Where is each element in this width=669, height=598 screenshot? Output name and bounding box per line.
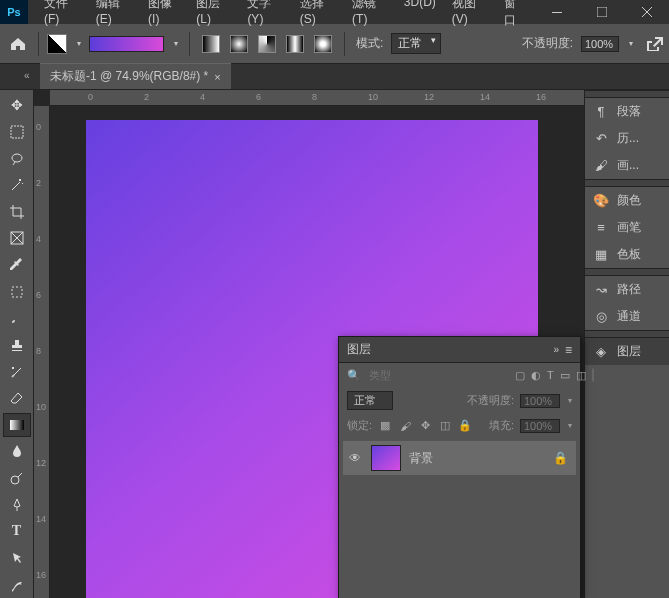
- close-button[interactable]: [624, 0, 669, 24]
- gradient-dropdown-icon[interactable]: ▾: [174, 39, 178, 48]
- layers-panel-header[interactable]: 图层 » ≡: [339, 337, 580, 363]
- layer-blend-row: 正常 不透明度: 100% ▾: [339, 387, 580, 414]
- ruler-tick: 0: [88, 92, 93, 102]
- menu-window[interactable]: 窗口: [496, 0, 534, 33]
- dodge-tool[interactable]: [3, 466, 31, 491]
- lasso-tool[interactable]: [3, 146, 31, 171]
- panel-label: 历...: [617, 130, 639, 147]
- lock-transparent-icon[interactable]: ▩: [378, 419, 392, 433]
- lock-artboard-icon[interactable]: ◫: [438, 419, 452, 433]
- move-tool[interactable]: ✥: [3, 93, 31, 118]
- menu-filter[interactable]: 滤镜(T): [344, 0, 396, 33]
- panel-paths[interactable]: ↝路径: [585, 276, 669, 303]
- share-icon[interactable]: [647, 37, 663, 51]
- brush-icon: ≡: [593, 220, 609, 236]
- layer-row[interactable]: 👁 背景 🔒: [343, 441, 576, 475]
- gradient-diamond-icon[interactable]: [314, 35, 332, 53]
- magic-wand-tool[interactable]: [3, 173, 31, 198]
- maximize-button[interactable]: [579, 0, 624, 24]
- panel-channels[interactable]: ◎通道: [585, 303, 669, 330]
- panel-brushes[interactable]: 🖌画...: [585, 152, 669, 179]
- fill-value[interactable]: 100%: [520, 419, 560, 433]
- svg-rect-0: [552, 12, 562, 13]
- history-brush-tool[interactable]: [3, 359, 31, 384]
- layer-opacity-value[interactable]: 100%: [520, 394, 560, 408]
- gradient-linear-icon[interactable]: [202, 35, 220, 53]
- panel-layers[interactable]: ◈图层: [585, 338, 669, 365]
- blur-tool[interactable]: [3, 439, 31, 464]
- eyedropper-tool[interactable]: [3, 253, 31, 278]
- menu-bar: 文件(F) 编辑(E) 图像(I) 图层(L) 文字(Y) 选择(S) 滤镜(T…: [36, 0, 534, 33]
- eraser-tool[interactable]: [3, 386, 31, 411]
- frame-tool[interactable]: [3, 226, 31, 251]
- marquee-tool[interactable]: [3, 120, 31, 145]
- paragraph-icon: ¶: [593, 104, 609, 120]
- panel-expand-icon[interactable]: »: [553, 344, 559, 355]
- filter-shape-icon[interactable]: ▭: [560, 368, 570, 382]
- menu-view[interactable]: 视图(V): [444, 0, 496, 33]
- gradient-reflected-icon[interactable]: [286, 35, 304, 53]
- lock-all-icon[interactable]: 🔒: [458, 419, 472, 433]
- panel-menu-icon[interactable]: ≡: [565, 343, 572, 357]
- minimize-button[interactable]: [534, 0, 579, 24]
- visibility-icon[interactable]: 👁: [347, 451, 363, 465]
- vertical-ruler: 0 2 4 6 8 10 12 14 16: [34, 106, 50, 598]
- pen-tool[interactable]: [3, 492, 31, 517]
- layer-filter-row: 🔍 ▢ ◐ T ▭ ◫: [339, 363, 580, 387]
- menu-file[interactable]: 文件(F): [36, 0, 88, 33]
- menu-image[interactable]: 图像(I): [140, 0, 188, 33]
- home-button[interactable]: [6, 32, 30, 56]
- filter-smart-icon[interactable]: ◫: [576, 368, 586, 382]
- menu-type[interactable]: 文字(Y): [239, 0, 291, 33]
- text-tool[interactable]: T: [3, 519, 31, 544]
- panel-label: 画...: [617, 157, 639, 174]
- opacity-label: 不透明度:: [522, 35, 573, 52]
- shape-tool[interactable]: [3, 572, 31, 597]
- document-tab[interactable]: 未标题-1 @ 74.9%(RGB/8#) * ×: [40, 63, 231, 89]
- fill-dropdown-icon[interactable]: ▾: [568, 421, 572, 430]
- panel-label: 路径: [617, 281, 641, 298]
- path-select-tool[interactable]: [3, 546, 31, 571]
- brush-tool[interactable]: [3, 306, 31, 331]
- layer-thumbnail[interactable]: [371, 445, 401, 471]
- layer-opacity-dropdown-icon[interactable]: ▾: [568, 396, 572, 405]
- panel-color[interactable]: 🎨颜色: [585, 187, 669, 214]
- panel-label: 画笔: [617, 219, 641, 236]
- stamp-tool[interactable]: [3, 333, 31, 358]
- gradient-angle-icon[interactable]: [258, 35, 276, 53]
- menu-edit[interactable]: 编辑(E): [88, 0, 140, 33]
- layer-filter-input[interactable]: [367, 367, 509, 383]
- fg-bg-swatch[interactable]: [47, 34, 67, 54]
- panel-paragraph[interactable]: ¶段落: [585, 98, 669, 125]
- collapse-tools-icon[interactable]: «: [24, 70, 30, 81]
- filter-text-icon[interactable]: T: [547, 368, 554, 382]
- panel-brush[interactable]: ≡画笔: [585, 214, 669, 241]
- ruler-tick: 8: [36, 346, 41, 356]
- lock-label: 锁定:: [347, 418, 372, 433]
- filter-adjust-icon[interactable]: ◐: [531, 368, 541, 382]
- crop-tool[interactable]: [3, 200, 31, 225]
- blend-mode-select[interactable]: 正常: [347, 391, 393, 410]
- tab-close-icon[interactable]: ×: [214, 71, 220, 83]
- mode-label: 模式:: [356, 35, 383, 52]
- opacity-dropdown-icon[interactable]: ▾: [629, 39, 633, 48]
- layer-name[interactable]: 背景: [409, 450, 433, 467]
- swatch-dropdown-icon[interactable]: ▾: [77, 39, 81, 48]
- lock-paint-icon[interactable]: 🖌: [398, 419, 412, 433]
- gradient-radial-icon[interactable]: [230, 35, 248, 53]
- panel-swatches[interactable]: ▦色板: [585, 241, 669, 268]
- gradient-preview[interactable]: [89, 36, 164, 52]
- menu-3d[interactable]: 3D(D): [396, 0, 444, 33]
- mode-select[interactable]: 正常: [391, 33, 441, 54]
- gradient-tool[interactable]: [3, 413, 31, 438]
- panel-history[interactable]: ↶历...: [585, 125, 669, 152]
- filter-toggle-icon[interactable]: [592, 368, 594, 382]
- menu-select[interactable]: 选择(S): [292, 0, 344, 33]
- filter-image-icon[interactable]: ▢: [515, 368, 525, 382]
- color-icon: 🎨: [593, 193, 609, 209]
- patch-tool[interactable]: [3, 279, 31, 304]
- opacity-value[interactable]: 100%: [581, 36, 619, 52]
- menu-layer[interactable]: 图层(L): [188, 0, 239, 33]
- layer-lock-icon[interactable]: 🔒: [553, 451, 572, 465]
- lock-position-icon[interactable]: ✥: [418, 419, 432, 433]
